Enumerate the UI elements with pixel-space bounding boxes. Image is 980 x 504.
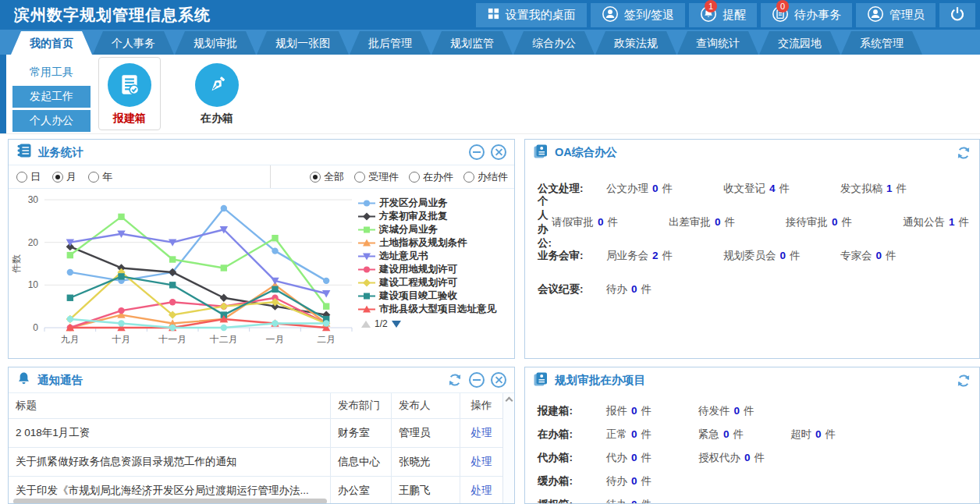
count-item[interactable]: 超时0件 xyxy=(790,428,882,442)
topbar-button-0[interactable]: 设置我的桌面 xyxy=(476,3,587,27)
tool-shortcuts: 报建箱在办箱 xyxy=(98,57,248,133)
count-item[interactable]: 规划委员会0件 xyxy=(723,249,840,263)
legend-item-4[interactable]: 选址意见书 xyxy=(358,250,496,263)
radio-label: 年 xyxy=(102,170,112,184)
count-item-value: 0 xyxy=(598,216,604,228)
count-item[interactable]: 紧急0件 xyxy=(698,428,790,442)
count-item[interactable]: 授权代办0件 xyxy=(698,451,790,465)
legend-label: 建设工程规划许可 xyxy=(379,276,457,289)
type-radio-option-1[interactable]: 受理件 xyxy=(354,170,399,184)
tab-0[interactable]: 我的首页 xyxy=(11,31,92,55)
tab-6[interactable]: 综合办公 xyxy=(513,31,595,55)
notification-badge: 0 xyxy=(776,0,789,12)
table-vertical-scrollbar[interactable] xyxy=(502,393,514,504)
handle-link[interactable]: 处理 xyxy=(471,484,492,498)
count-item-value: 0 xyxy=(631,283,637,295)
sidebar-button-0[interactable]: 常用工具 xyxy=(12,62,91,83)
legend-item-2[interactable]: 滨城分局业务 xyxy=(358,223,496,236)
count-item-name: 发文拟稿 xyxy=(840,182,882,196)
count-item-value: 0 xyxy=(631,475,637,487)
legend-marker-icon xyxy=(358,212,375,221)
close-icon[interactable] xyxy=(491,372,506,388)
svg-text:10: 10 xyxy=(28,279,39,290)
count-item-name: 待办 xyxy=(606,474,627,488)
count-item[interactable]: 通知公告1件 xyxy=(903,215,980,229)
count-item[interactable]: 正常0件 xyxy=(606,428,698,442)
tab-8[interactable]: 查询统计 xyxy=(677,31,758,55)
count-item[interactable]: 待办0件 xyxy=(606,282,723,296)
count-item-name: 待发件 xyxy=(698,404,730,418)
refresh-icon[interactable] xyxy=(956,373,971,389)
legend-item-1[interactable]: 方案初审及批复 xyxy=(358,210,496,223)
period-radio-option-1[interactable]: 月 xyxy=(52,170,76,184)
topbar-button-logout[interactable] xyxy=(939,3,975,27)
count-item[interactable]: 公文办理0件 xyxy=(606,182,723,196)
sidebar-button-2[interactable]: 个人办公 xyxy=(12,110,91,132)
minimize-icon[interactable] xyxy=(469,144,485,160)
legend-page-down-icon[interactable] xyxy=(392,321,401,328)
legend-item-7[interactable]: 建设项目竣工验收 xyxy=(358,289,496,303)
type-radio-option-0[interactable]: 全部 xyxy=(310,170,344,184)
count-item[interactable]: 待办0件 xyxy=(606,498,698,504)
count-item-value: 0 xyxy=(652,183,659,194)
legend-item-3[interactable]: 土地指标及规划条件 xyxy=(358,236,496,250)
topbar-button-label: 签到/签退 xyxy=(624,8,674,23)
tab-9[interactable]: 交流园地 xyxy=(759,31,840,55)
refresh-icon[interactable] xyxy=(956,145,971,161)
count-item[interactable]: 局业务会2件 xyxy=(606,249,723,263)
legend-label: 滨城分局业务 xyxy=(379,223,438,236)
legend-page-up-icon[interactable] xyxy=(361,321,371,328)
panel-header: 业务统计 xyxy=(9,140,514,165)
tab-3[interactable]: 规划一张图 xyxy=(257,31,349,55)
period-radio-option-0[interactable]: 日 xyxy=(16,170,41,184)
notice-dept-cell: 办公室 xyxy=(331,477,392,504)
user-icon xyxy=(602,5,619,25)
count-item[interactable]: 报件0件 xyxy=(606,404,698,418)
svg-text:0: 0 xyxy=(33,322,38,333)
count-item[interactable]: 代办0件 xyxy=(606,451,698,465)
type-radio-option-3[interactable]: 办结件 xyxy=(463,170,508,184)
tab-7[interactable]: 政策法规 xyxy=(595,31,676,55)
radio-label: 受理件 xyxy=(368,170,399,184)
table-horizontal-scrollbar[interactable] xyxy=(13,499,327,504)
count-item[interactable]: 发文拟稿1件 xyxy=(840,182,957,196)
close-icon[interactable] xyxy=(491,144,506,160)
tab-2[interactable]: 规划审批 xyxy=(175,31,256,55)
count-item[interactable]: 专家会0件 xyxy=(840,249,957,263)
count-item-unit: 件 xyxy=(641,428,652,442)
handle-link[interactable]: 处理 xyxy=(471,426,492,440)
count-item[interactable]: 请假审批0件 xyxy=(552,215,669,229)
panel-controls xyxy=(956,373,971,389)
count-item[interactable]: 待办0件 xyxy=(606,474,698,488)
sidebar-button-1[interactable]: 发起工作 xyxy=(12,86,91,108)
notice-publisher-cell: 王鹏飞 xyxy=(392,477,460,504)
count-item[interactable]: 出差审批0件 xyxy=(669,215,786,229)
minimize-icon[interactable] xyxy=(469,372,485,388)
type-radio-option-2[interactable]: 在办件 xyxy=(409,170,453,184)
tab-1[interactable]: 个人事务 xyxy=(93,31,174,55)
legend-item-0[interactable]: 开发区分局业务 xyxy=(358,197,496,210)
tab-5[interactable]: 规划监管 xyxy=(431,31,513,55)
topbar-button-4[interactable]: 管理员 xyxy=(856,3,936,27)
legend-item-8[interactable]: 市批县级大型项目选址意见 xyxy=(358,303,496,316)
radio-icon xyxy=(409,172,420,183)
radio-icon xyxy=(354,172,365,183)
topbar-button-2[interactable]: 提醒1 xyxy=(689,3,757,27)
count-item-name: 正常 xyxy=(606,428,627,442)
legend-item-6[interactable]: 建设工程规划许可 xyxy=(358,276,496,289)
count-item[interactable]: 待发件0件 xyxy=(698,404,790,418)
tab-10[interactable]: 系统管理 xyxy=(841,31,922,55)
topbar-button-3[interactable]: 待办事务0 xyxy=(761,3,852,27)
count-item-unit: 件 xyxy=(641,498,652,504)
legend-item-5[interactable]: 建设用地规划许可 xyxy=(358,263,496,276)
refresh-icon[interactable] xyxy=(447,372,463,388)
tab-4[interactable]: 批后管理 xyxy=(350,31,431,55)
count-item[interactable]: 收文登记4件 xyxy=(723,182,840,196)
topbar-button-1[interactable]: 签到/签退 xyxy=(591,3,685,27)
legend-marker-icon xyxy=(358,225,375,234)
tool-shortcut-1[interactable]: 在办箱 xyxy=(186,57,248,130)
handle-link[interactable]: 处理 xyxy=(471,455,492,469)
period-radio-option-2[interactable]: 年 xyxy=(88,170,112,184)
tool-shortcut-0[interactable]: 报建箱 xyxy=(98,57,161,130)
count-item[interactable]: 接待审批0件 xyxy=(786,215,903,229)
